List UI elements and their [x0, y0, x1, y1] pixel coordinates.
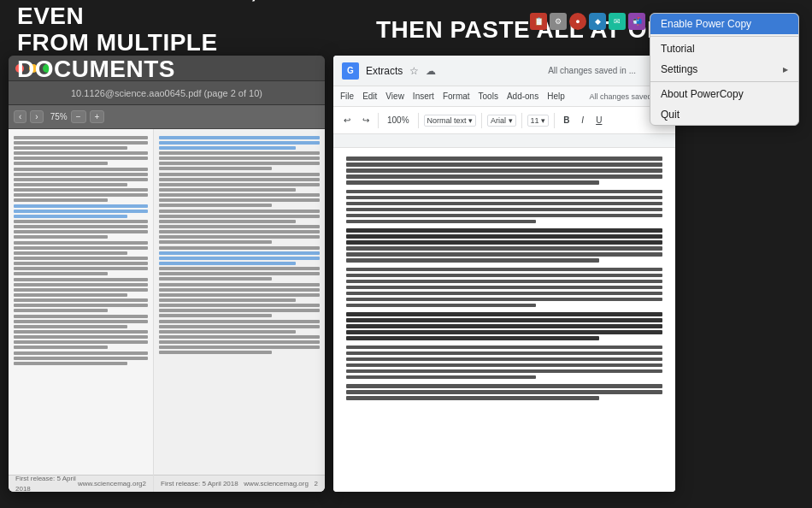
pdf-right-block-5 [159, 283, 320, 317]
format-separator-1 [378, 113, 379, 128]
pdf-footer-url: www.sciencemag.org [244, 479, 309, 489]
pdf-page-num-right: 2 [315, 479, 318, 489]
mail2-icon[interactable]: 📬 [628, 13, 645, 30]
docs-paragraph-5 [346, 312, 662, 340]
docs-panel: G Extracts ☆ ☁ All changes saved in ... … [333, 56, 675, 492]
docs-star-icon[interactable]: ☆ [409, 65, 419, 77]
pdf-page-right: First release: 5 April 2018 www.sciencem… [154, 129, 325, 492]
docs-cloud-icon: ☁ [426, 65, 436, 77]
docs-ruler [333, 134, 675, 148]
docs-paragraph-3 [346, 228, 662, 263]
pdf-text-block-1 [14, 136, 148, 165]
menu-help[interactable]: Help [547, 92, 565, 101]
pdf-right-block-4 [159, 246, 320, 281]
menu-edit[interactable]: Edit [362, 92, 377, 101]
pdf-url: www.sciencemag.org [78, 479, 143, 489]
underline-button[interactable]: U [592, 114, 605, 127]
docs-paragraph-2 [346, 190, 662, 224]
zoom-select[interactable]: 100% [384, 114, 413, 127]
menu-quit[interactable]: Quit [650, 104, 798, 125]
redo-button[interactable]: ↪ [359, 114, 373, 127]
menubar-icons: 📋 ⚙ ● ◆ ✉ 📬 [530, 13, 645, 30]
pdf-footer-left: First release: 5 April 2018 www.sciencem… [9, 475, 153, 492]
pdf-content-area: First release: 5 April 2018 www.sciencem… [9, 129, 325, 492]
pdf-text-block-6 [14, 315, 148, 349]
settings-label: Settings [661, 63, 697, 75]
header-left: COPY SELECTIONS,EVENFROM MULTIPLE DOCUME… [0, 0, 359, 60]
docs-paragraph-4 [346, 268, 662, 308]
menu-insert[interactable]: Insert [413, 92, 434, 101]
pdf-right-block-3 [159, 210, 320, 244]
docs-paragraph-7 [346, 384, 662, 400]
format-separator-3 [481, 113, 482, 128]
tutorial-label: Tutorial [661, 43, 695, 55]
menu-addons[interactable]: Add-ons [507, 92, 538, 101]
font-select[interactable]: Arial ▾ [487, 115, 516, 127]
quit-label: Quit [661, 109, 680, 121]
menu-tutorial[interactable]: Tutorial [650, 38, 798, 59]
pdf-text-block-4 [14, 241, 148, 275]
italic-button[interactable]: I [578, 114, 587, 127]
red-app-icon[interactable]: ● [569, 13, 586, 30]
pdf-right-block-2 [159, 173, 320, 207]
pdf-page-left: First release: 5 April 2018 www.sciencem… [9, 129, 154, 492]
clipboard-icon[interactable]: 📋 [530, 13, 547, 30]
format-separator-4 [521, 113, 522, 128]
menu-about[interactable]: About PowerCopy [650, 84, 798, 104]
mail-icon[interactable]: ✉ [609, 13, 626, 30]
blue-app-icon[interactable]: ◆ [589, 13, 606, 30]
pdf-right-block-6 [159, 320, 320, 354]
pdf-next-btn[interactable]: › [30, 110, 43, 123]
header-left-text: COPY SELECTIONS,EVENFROM MULTIPLE DOCUME… [17, 0, 342, 83]
pdf-footer-right: First release: 5 April 2018 www.sciencem… [154, 475, 325, 492]
menu-enable-power-copy[interactable]: Enable Power Copy [650, 14, 798, 34]
pdf-zoom-out-btn[interactable]: − [71, 110, 86, 123]
pdf-first-release: First release: 5 April 2018 [15, 474, 78, 493]
docs-save-status: All changes saved in ... [548, 66, 636, 75]
pdf-text-block-5 [14, 278, 148, 312]
format-separator-5 [554, 113, 555, 128]
pdf-zoom-level: 75% [50, 112, 68, 121]
pdf-text-block-7 [14, 351, 148, 365]
menu-tools[interactable]: Tools [479, 92, 498, 101]
pdf-title-bar: 10.1126@science.aao0645.pdf (page 2 of 1… [9, 81, 325, 105]
pdf-nav-bar: ‹ › 75% − + [9, 105, 325, 129]
pdf-text-block-2 [14, 168, 148, 202]
size-select[interactable]: 11 ▾ [527, 115, 550, 127]
pdf-zoom-in-btn[interactable]: + [90, 110, 105, 123]
pdf-page-num: 2 [143, 479, 146, 489]
docs-menu-bar: File Edit View Insert Format Tools Add-o… [333, 86, 675, 107]
pdf-filename: 10.1126@science.aao0645.pdf (page 2 of 1… [71, 88, 262, 98]
bold-button[interactable]: B [560, 114, 573, 127]
pdf-panel: 10.1126@science.aao0645.pdf (page 2 of 1… [9, 56, 325, 492]
menu-file[interactable]: File [340, 92, 354, 101]
pdf-footer-release: First release: 5 April 2018 [161, 479, 238, 489]
menu-separator-2 [650, 81, 798, 82]
menu-settings[interactable]: Settings [650, 59, 798, 80]
about-label: About PowerCopy [661, 88, 744, 100]
pdf-prev-btn[interactable]: ‹ [14, 110, 26, 123]
pdf-text-block-3 [14, 204, 148, 239]
format-separator-2 [418, 113, 419, 128]
docs-icon-letter: G [347, 66, 354, 75]
docs-paragraph-6 [346, 346, 662, 380]
docs-document-title: Extracts [366, 65, 403, 77]
docs-app-icon: G [342, 62, 359, 80]
style-select[interactable]: Normal text ▾ [424, 115, 477, 127]
menu-separator-1 [650, 36, 798, 37]
docs-paragraph-1 [346, 157, 662, 185]
docs-format-bar: ↩ ↪ 100% Normal text ▾ Arial ▾ 11 ▾ B I … [333, 107, 675, 134]
undo-button[interactable]: ↩ [340, 114, 354, 127]
menu-format[interactable]: Format [443, 92, 470, 101]
enable-power-copy-label: Enable Power Copy [661, 18, 751, 30]
docs-body[interactable] [333, 148, 675, 492]
context-menu: Enable Power Copy Tutorial Settings Abou… [650, 13, 799, 126]
settings-icon[interactable]: ⚙ [550, 13, 567, 30]
docs-toolbar-top: G Extracts ☆ ☁ All changes saved in ... … [333, 56, 675, 86]
menu-view[interactable]: View [385, 92, 404, 101]
pdf-right-block-1 [159, 136, 320, 170]
